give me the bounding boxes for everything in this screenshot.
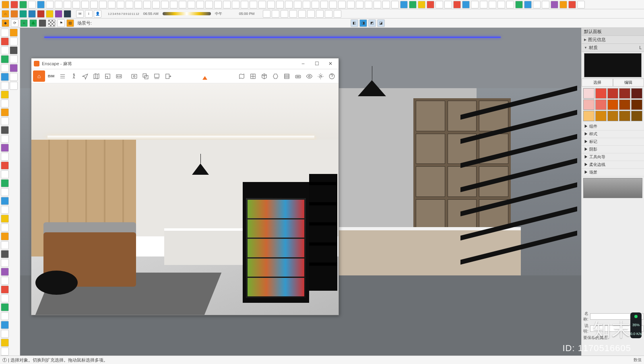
enscape-launch-icon[interactable]: ◆ [2, 19, 9, 27]
persona-cube-3[interactable] [37, 10, 45, 18]
left-tool-32[interactable] [1, 312, 9, 320]
tree-icon[interactable]: 🌲 [29, 19, 37, 27]
color-swatch-11[interactable] [595, 111, 607, 121]
tray-title[interactable]: 默认面板 [582, 28, 644, 36]
settings-icon[interactable] [315, 71, 326, 81]
toolbar1-btn-33[interactable] [294, 1, 301, 8]
left-tool-33[interactable] [1, 321, 9, 329]
toolbar1-btn-23[interactable] [205, 1, 213, 8]
persona-cube-0[interactable] [10, 10, 18, 18]
toolbar1-btn-59[interactable] [524, 1, 532, 8]
toolbar1-btn-24[interactable] [214, 1, 222, 8]
toolbar1-btn-36[interactable] [320, 1, 328, 8]
toolbar1-btn-22[interactable] [196, 1, 204, 8]
tray-section-3[interactable]: ▶ 阴影 [582, 146, 644, 153]
refresh-icon[interactable]: ⟳ [11, 19, 19, 27]
toolbar1-btn-30[interactable] [267, 1, 275, 8]
left-tool-40[interactable] [10, 55, 18, 63]
toolbar1-btn-15[interactable] [134, 1, 142, 8]
tray-section-5[interactable]: ▶ 柔化边线 [582, 161, 644, 169]
persona-cube-1[interactable] [19, 10, 27, 18]
color-swatch-13[interactable] [619, 111, 630, 121]
tb2-extra-4[interactable] [298, 10, 306, 18]
color-swatch-12[interactable] [607, 111, 619, 121]
left-tool-8[interactable] [1, 99, 9, 108]
enscape-home-button[interactable]: ⌂ [33, 70, 45, 82]
toolbar1-btn-60[interactable] [533, 1, 541, 8]
persona-cube-6[interactable] [64, 10, 71, 18]
left-tool-2[interactable] [1, 46, 9, 54]
toolbar1-btn-40[interactable] [356, 1, 363, 8]
left-tool-13[interactable] [1, 144, 9, 152]
toolbar1-btn-4[interactable] [37, 1, 45, 8]
fly-icon[interactable] [80, 71, 90, 81]
tab-select[interactable]: 选择 [582, 79, 613, 87]
enscape-render-view[interactable] [31, 83, 339, 315]
toolbar1-btn-44[interactable] [391, 1, 399, 8]
enscape-titlebar[interactable]: Enscape - 麻将 – ☐ ✕ [31, 58, 339, 69]
color-swatch-5[interactable] [583, 99, 594, 110]
toolbar1-btn-51[interactable] [453, 1, 461, 8]
toolbar1-btn-16[interactable] [143, 1, 151, 8]
toolbar1-btn-54[interactable] [480, 1, 487, 8]
grid2d-icon[interactable] [248, 71, 258, 81]
toolbar1-btn-49[interactable] [436, 1, 443, 8]
toolbar1-btn-47[interactable] [418, 1, 425, 8]
toolbar1-btn-58[interactable] [515, 1, 523, 8]
info-icon[interactable]: i [85, 10, 93, 18]
color-swatch-7[interactable] [607, 99, 619, 110]
flag-icon[interactable]: ⚑ [57, 19, 65, 27]
checker-icon[interactable] [48, 19, 56, 27]
left-tool-16[interactable] [1, 170, 9, 178]
vr-icon[interactable] [293, 71, 303, 81]
plan-icon[interactable] [102, 71, 113, 81]
box-icon[interactable]: ▧ [66, 19, 74, 27]
left-tool-39[interactable] [10, 46, 18, 54]
toolbar1-btn-43[interactable] [382, 1, 390, 8]
left-tool-26[interactable] [1, 259, 9, 267]
toolbar1-btn-5[interactable] [46, 1, 54, 8]
color-swatch-9[interactable] [631, 99, 642, 110]
scene-thumbnail[interactable] [583, 178, 642, 198]
toolbar1-btn-9[interactable] [81, 1, 89, 8]
tb2-extra-7[interactable] [325, 10, 332, 18]
color-swatch-14[interactable] [631, 111, 642, 121]
menu-icon[interactable] [57, 71, 68, 81]
toolbar1-btn-63[interactable] [559, 1, 567, 8]
sun-time-slider[interactable] [163, 12, 211, 15]
screenshot-icon[interactable] [129, 71, 139, 81]
tab-edit[interactable]: 编辑 [613, 79, 644, 87]
left-tool-27[interactable] [1, 268, 9, 276]
material-preview[interactable] [584, 53, 642, 77]
toolbar1-btn-39[interactable] [347, 1, 355, 8]
left-tool-23[interactable] [1, 232, 9, 240]
toolbar1-btn-31[interactable] [276, 1, 284, 8]
toolbar1-btn-42[interactable] [374, 1, 381, 8]
toolbar1-btn-7[interactable] [64, 1, 71, 8]
toolbar1-btn-2[interactable] [19, 1, 27, 8]
tb2-extra-1[interactable] [272, 10, 279, 18]
view-icon[interactable] [304, 71, 314, 81]
tb2-extra-8[interactable] [334, 10, 341, 18]
left-tool-42[interactable] [10, 73, 18, 81]
toolbar1-btn-13[interactable] [117, 1, 124, 8]
minimap-icon[interactable] [236, 71, 247, 81]
left-tool-1[interactable] [1, 37, 9, 46]
toolbar1-btn-25[interactable] [223, 1, 231, 8]
mid-cube1-icon[interactable]: ◧ [351, 19, 358, 27]
toolbar1-btn-28[interactable] [250, 1, 257, 8]
color-swatch-0[interactable] [583, 88, 594, 99]
toolbar1-btn-27[interactable] [241, 1, 248, 8]
toolbar1-btn-12[interactable] [108, 1, 116, 8]
section-icon[interactable] [281, 71, 292, 81]
toolbar1-btn-37[interactable] [329, 1, 337, 8]
left-tool-7[interactable] [1, 91, 9, 99]
network-badge[interactable]: 35% 0.0 K/s [630, 312, 642, 338]
toolbar1-btn-56[interactable] [497, 1, 505, 8]
tb2-extra-3[interactable] [289, 10, 297, 18]
toolbar1-btn-53[interactable] [471, 1, 479, 8]
bim-button[interactable]: BIM [46, 71, 56, 81]
plus-icon[interactable]: ＋ [20, 19, 28, 27]
orient-icon[interactable] [270, 71, 281, 81]
toolbar1-btn-62[interactable] [551, 1, 558, 8]
